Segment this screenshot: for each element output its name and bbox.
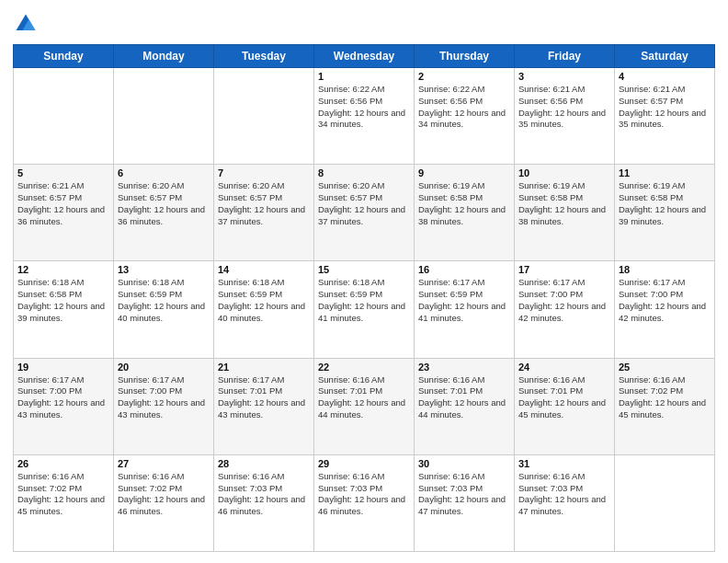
sunrise-text: Sunrise: 6:16 AM	[619, 374, 685, 385]
cell-content: Sunrise: 6:16 AM Sunset: 7:01 PM Dayligh…	[418, 374, 510, 421]
daylight-text: Daylight: 12 hours and 45 minutes.	[518, 397, 606, 419]
calendar-table: SundayMondayTuesdayWednesdayThursdayFrid…	[13, 44, 715, 552]
calendar-cell: 10 Sunrise: 6:19 AM Sunset: 6:58 PM Dayl…	[515, 165, 615, 261]
sunrise-text: Sunrise: 6:17 AM	[418, 277, 484, 287]
cell-content: Sunrise: 6:16 AM Sunset: 7:03 PM Dayligh…	[318, 471, 410, 518]
week-row-2: 5 Sunrise: 6:21 AM Sunset: 6:57 PM Dayli…	[14, 165, 715, 261]
sunset-text: Sunset: 6:57 PM	[118, 192, 182, 202]
calendar-cell	[615, 454, 715, 551]
sunrise-text: Sunrise: 6:16 AM	[218, 471, 284, 481]
calendar-cell	[114, 68, 214, 165]
sunset-text: Sunset: 6:59 PM	[318, 289, 382, 299]
calendar-cell: 30 Sunrise: 6:16 AM Sunset: 7:03 PM Dayl…	[415, 454, 515, 551]
day-number: 3	[518, 71, 610, 82]
sunset-text: Sunset: 7:02 PM	[17, 483, 82, 493]
calendar-cell: 29 Sunrise: 6:16 AM Sunset: 7:03 PM Dayl…	[314, 454, 415, 551]
cell-content: Sunrise: 6:20 AM Sunset: 6:57 PM Dayligh…	[218, 180, 310, 227]
daylight-text: Daylight: 12 hours and 47 minutes.	[418, 494, 506, 516]
sunrise-text: Sunrise: 6:21 AM	[619, 84, 685, 94]
sunrise-text: Sunrise: 6:19 AM	[619, 180, 685, 190]
calendar-cell: 27 Sunrise: 6:16 AM Sunset: 7:02 PM Dayl…	[114, 454, 214, 551]
daylight-text: Daylight: 12 hours and 41 minutes.	[318, 301, 405, 323]
calendar-cell: 25 Sunrise: 6:16 AM Sunset: 7:02 PM Dayl…	[615, 358, 715, 454]
cell-content: Sunrise: 6:18 AM Sunset: 6:59 PM Dayligh…	[318, 277, 410, 324]
week-row-1: 1 Sunrise: 6:22 AM Sunset: 6:56 PM Dayli…	[14, 68, 715, 165]
sunset-text: Sunset: 6:56 PM	[418, 96, 483, 106]
cell-content: Sunrise: 6:17 AM Sunset: 6:59 PM Dayligh…	[418, 277, 510, 324]
sunrise-text: Sunrise: 6:21 AM	[518, 84, 585, 94]
calendar-cell: 2 Sunrise: 6:22 AM Sunset: 6:56 PM Dayli…	[415, 68, 515, 165]
calendar-cell: 3 Sunrise: 6:21 AM Sunset: 6:56 PM Dayli…	[515, 68, 615, 165]
cell-content: Sunrise: 6:16 AM Sunset: 7:03 PM Dayligh…	[218, 471, 310, 518]
sunset-text: Sunset: 7:01 PM	[218, 385, 282, 396]
sunrise-text: Sunrise: 6:17 AM	[17, 374, 84, 385]
daylight-text: Daylight: 12 hours and 34 minutes.	[418, 108, 506, 130]
day-number: 2	[418, 71, 510, 82]
daylight-text: Daylight: 12 hours and 41 minutes.	[418, 301, 506, 323]
day-number: 12	[17, 264, 109, 275]
daylight-text: Daylight: 12 hours and 35 minutes.	[619, 108, 706, 130]
page: SundayMondayTuesdayWednesdayThursdayFrid…	[0, 0, 728, 563]
cell-content: Sunrise: 6:22 AM Sunset: 6:56 PM Dayligh…	[318, 84, 410, 131]
daylight-text: Daylight: 12 hours and 45 minutes.	[619, 397, 706, 419]
calendar-cell: 1 Sunrise: 6:22 AM Sunset: 6:56 PM Dayli…	[314, 68, 415, 165]
day-number: 24	[518, 362, 610, 373]
calendar-cell: 9 Sunrise: 6:19 AM Sunset: 6:58 PM Dayli…	[415, 165, 515, 261]
sunset-text: Sunset: 7:03 PM	[418, 483, 483, 493]
sunrise-text: Sunrise: 6:19 AM	[518, 180, 585, 190]
weekday-header-friday: Friday	[515, 45, 615, 68]
daylight-text: Daylight: 12 hours and 46 minutes.	[118, 494, 205, 516]
day-number: 18	[619, 264, 711, 275]
day-number: 8	[318, 167, 410, 178]
sunset-text: Sunset: 7:00 PM	[619, 289, 683, 299]
header	[13, 11, 715, 37]
day-number: 15	[318, 264, 410, 275]
sunrise-text: Sunrise: 6:18 AM	[118, 277, 184, 287]
calendar-cell: 16 Sunrise: 6:17 AM Sunset: 6:59 PM Dayl…	[415, 261, 515, 358]
day-number: 6	[118, 167, 210, 178]
day-number: 10	[518, 167, 610, 178]
sunrise-text: Sunrise: 6:17 AM	[518, 277, 585, 287]
daylight-text: Daylight: 12 hours and 37 minutes.	[218, 204, 305, 226]
sunset-text: Sunset: 7:00 PM	[17, 385, 82, 396]
day-number: 20	[118, 362, 210, 373]
cell-content: Sunrise: 6:21 AM Sunset: 6:56 PM Dayligh…	[518, 84, 610, 131]
day-number: 16	[418, 264, 510, 275]
daylight-text: Daylight: 12 hours and 42 minutes.	[518, 301, 606, 323]
day-number: 27	[118, 458, 210, 469]
sunset-text: Sunset: 6:57 PM	[619, 96, 683, 106]
sunrise-text: Sunrise: 6:17 AM	[118, 374, 184, 385]
day-number: 31	[518, 458, 610, 469]
daylight-text: Daylight: 12 hours and 46 minutes.	[318, 494, 405, 516]
cell-content: Sunrise: 6:16 AM Sunset: 7:03 PM Dayligh…	[418, 471, 510, 518]
cell-content: Sunrise: 6:16 AM Sunset: 7:02 PM Dayligh…	[17, 471, 109, 518]
sunset-text: Sunset: 6:57 PM	[218, 192, 282, 202]
day-number: 17	[518, 264, 610, 275]
calendar-cell: 12 Sunrise: 6:18 AM Sunset: 6:58 PM Dayl…	[14, 261, 114, 358]
calendar-cell: 31 Sunrise: 6:16 AM Sunset: 7:03 PM Dayl…	[515, 454, 615, 551]
daylight-text: Daylight: 12 hours and 38 minutes.	[518, 204, 606, 226]
cell-content: Sunrise: 6:16 AM Sunset: 7:02 PM Dayligh…	[619, 374, 711, 421]
cell-content: Sunrise: 6:21 AM Sunset: 6:57 PM Dayligh…	[17, 180, 109, 227]
cell-content: Sunrise: 6:16 AM Sunset: 7:01 PM Dayligh…	[318, 374, 410, 421]
calendar-cell: 17 Sunrise: 6:17 AM Sunset: 7:00 PM Dayl…	[515, 261, 615, 358]
cell-content: Sunrise: 6:19 AM Sunset: 6:58 PM Dayligh…	[619, 180, 711, 227]
calendar-cell: 14 Sunrise: 6:18 AM Sunset: 6:59 PM Dayl…	[214, 261, 314, 358]
day-number: 21	[218, 362, 310, 373]
day-number: 23	[418, 362, 510, 373]
sunrise-text: Sunrise: 6:16 AM	[17, 471, 84, 481]
sunset-text: Sunset: 6:58 PM	[418, 192, 483, 202]
sunrise-text: Sunrise: 6:16 AM	[318, 471, 384, 481]
cell-content: Sunrise: 6:16 AM Sunset: 7:01 PM Dayligh…	[518, 374, 610, 421]
sunset-text: Sunset: 7:03 PM	[218, 483, 282, 493]
day-number: 7	[218, 167, 310, 178]
day-number: 5	[17, 167, 109, 178]
daylight-text: Daylight: 12 hours and 44 minutes.	[318, 397, 405, 419]
weekday-header-saturday: Saturday	[615, 45, 715, 68]
daylight-text: Daylight: 12 hours and 40 minutes.	[218, 301, 305, 323]
calendar-cell: 21 Sunrise: 6:17 AM Sunset: 7:01 PM Dayl…	[214, 358, 314, 454]
calendar-cell: 28 Sunrise: 6:16 AM Sunset: 7:03 PM Dayl…	[214, 454, 314, 551]
sunset-text: Sunset: 6:58 PM	[619, 192, 683, 202]
daylight-text: Daylight: 12 hours and 43 minutes.	[118, 397, 205, 419]
calendar-cell: 13 Sunrise: 6:18 AM Sunset: 6:59 PM Dayl…	[114, 261, 214, 358]
